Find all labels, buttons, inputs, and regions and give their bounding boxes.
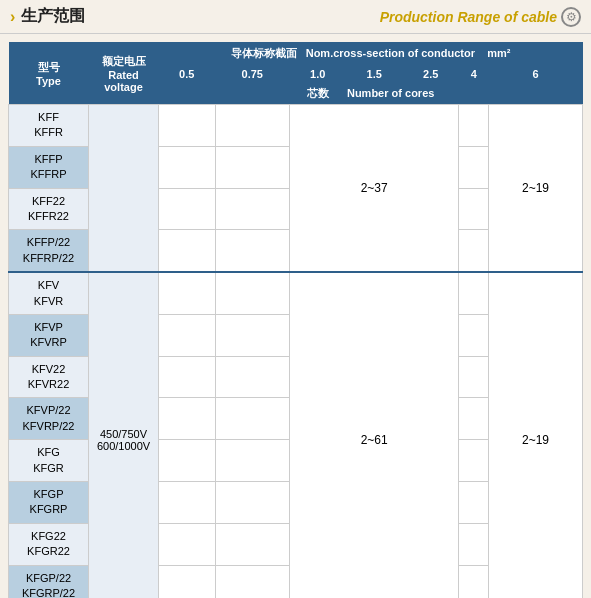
- th-voltage: 额定电压 Rated voltage: [89, 42, 159, 105]
- data-cell: [159, 230, 216, 272]
- data-cell: [159, 146, 216, 188]
- data-cell: [459, 523, 489, 565]
- type-kff22: KFF22KFFR22: [9, 188, 89, 230]
- data-cell: [159, 440, 216, 482]
- data-cell: [215, 523, 289, 565]
- data-cell: [215, 565, 289, 598]
- page-header: › 生产范围 Production Range of cable ⚙: [0, 0, 591, 34]
- th-size-6: 6: [489, 65, 583, 83]
- gear-icon: ⚙: [561, 7, 581, 27]
- data-cell: [459, 565, 489, 598]
- voltage-section2: 450/750V600/1000V: [89, 272, 159, 598]
- data-cell: [215, 230, 289, 272]
- data-cell: [159, 105, 216, 147]
- data-cell: [459, 188, 489, 230]
- data-cell: [215, 314, 289, 356]
- production-range-table: 型号 Type 额定电压 Rated voltage 导体标称截面 Nom.cr…: [8, 42, 583, 598]
- table-container: 型号 Type 额定电压 Rated voltage 导体标称截面 Nom.cr…: [0, 34, 591, 598]
- range-right-1: 2~19: [489, 105, 583, 273]
- data-cell: [159, 482, 216, 524]
- data-cell: [159, 523, 216, 565]
- th-type: 型号 Type: [9, 42, 89, 105]
- data-cell: [459, 230, 489, 272]
- data-cell: [159, 314, 216, 356]
- data-cell: [459, 314, 489, 356]
- data-cell: [215, 146, 289, 188]
- table-row: KFVKFVR 450/750V600/1000V 2~61 2~19: [9, 272, 583, 314]
- type-kfv: KFVKFVR: [9, 272, 89, 314]
- th-cores: 芯数 Number of cores: [159, 83, 583, 105]
- data-cell: [159, 188, 216, 230]
- th-size-075: 0.75: [215, 65, 289, 83]
- type-kffp: KFFPKFFRP: [9, 146, 89, 188]
- header-right: Production Range of cable ⚙: [380, 7, 581, 27]
- type-kfg: KFGKFGR: [9, 440, 89, 482]
- data-cell: [215, 188, 289, 230]
- type-kfv22: KFV22KFVR22: [9, 356, 89, 398]
- data-cell: [215, 482, 289, 524]
- data-cell: [159, 398, 216, 440]
- data-cell: [459, 272, 489, 314]
- data-cell: [215, 105, 289, 147]
- title-english: Production Range of cable: [380, 9, 557, 25]
- header-left: › 生产范围: [10, 6, 85, 27]
- data-cell: [459, 356, 489, 398]
- type-kfg22: KFG22KFGR22: [9, 523, 89, 565]
- type-kfvp22: KFVP/22KFVRP/22: [9, 398, 89, 440]
- range-left-2: 2~61: [289, 272, 459, 598]
- table-row: KFFKFFR 2~37 2~19: [9, 105, 583, 147]
- range-right-2: 2~19: [489, 272, 583, 598]
- data-cell: [459, 146, 489, 188]
- data-cell: [459, 398, 489, 440]
- data-cell: [159, 565, 216, 598]
- th-size-10: 1.0: [289, 65, 346, 83]
- data-cell: [159, 356, 216, 398]
- data-cell: [459, 482, 489, 524]
- th-size-15: 1.5: [346, 65, 403, 83]
- type-kff: KFFKFFR: [9, 105, 89, 147]
- type-kffp22: KFFP/22KFFRP/22: [9, 230, 89, 272]
- th-conductor: 导体标称截面 Nom.cross-section of conductor mm…: [159, 42, 583, 65]
- th-size-25: 2.5: [402, 65, 459, 83]
- range-left-1: 2~37: [289, 105, 459, 273]
- type-kfvp: KFVPKFVRP: [9, 314, 89, 356]
- data-cell: [459, 440, 489, 482]
- data-cell: [215, 272, 289, 314]
- data-cell: [159, 272, 216, 314]
- title-chinese: 生产范围: [21, 6, 85, 27]
- th-size-05: 0.5: [159, 65, 216, 83]
- type-kfgp22: KFGP/22KFGRP/22: [9, 565, 89, 598]
- data-cell: [215, 398, 289, 440]
- voltage-section1: [89, 105, 159, 273]
- arrow-icon: ›: [10, 8, 15, 26]
- data-cell: [215, 356, 289, 398]
- type-kfgp: KFGPKFGRP: [9, 482, 89, 524]
- data-cell: [215, 440, 289, 482]
- th-size-4: 4: [459, 65, 489, 83]
- data-cell: [459, 105, 489, 147]
